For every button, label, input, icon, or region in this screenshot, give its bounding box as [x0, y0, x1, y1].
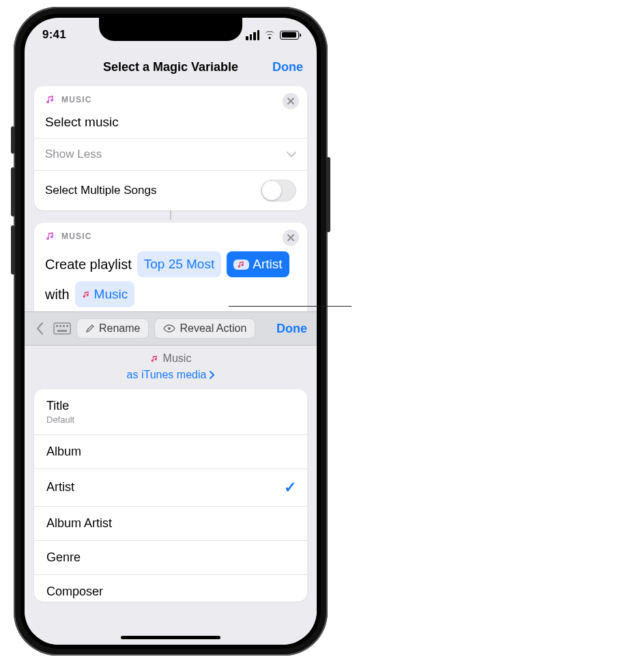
- home-indicator[interactable]: [121, 636, 220, 639]
- list-item-label: Composer: [46, 585, 103, 599]
- chevron-down-icon: [287, 151, 296, 158]
- screen: 9:41 Select a Magic Variable Done: [25, 18, 317, 645]
- show-less-label: Show Less: [45, 148, 102, 161]
- nav-done-button[interactable]: Done: [272, 60, 303, 74]
- svg-rect-2: [59, 325, 61, 327]
- list-item-label: Artist: [46, 480, 74, 494]
- music-variable-token[interactable]: Music: [75, 281, 135, 307]
- create-playlist-text: Create playlist: [45, 253, 132, 275]
- svg-point-6: [168, 327, 171, 330]
- status-time: 9:41: [42, 25, 66, 42]
- music-note-icon: [82, 290, 91, 299]
- keyboard-icon: [53, 322, 71, 335]
- music-app-icon: [45, 231, 56, 242]
- variable-toolbar: Rename Reveal Action Done: [25, 311, 317, 346]
- signal-icon: [246, 30, 259, 40]
- side-button-vol-down: [11, 225, 15, 275]
- list-item[interactable]: Title Default: [34, 389, 307, 435]
- show-less-row[interactable]: Show Less: [34, 139, 307, 170]
- notch: [99, 18, 242, 41]
- select-multiple-toggle[interactable]: [261, 180, 296, 201]
- eye-icon: [163, 324, 175, 333]
- keyboard-back-button[interactable]: [30, 318, 51, 339]
- music-note-icon: [150, 354, 159, 363]
- svg-rect-4: [66, 325, 68, 327]
- select-multiple-row: Select Multiple Songs: [34, 171, 307, 210]
- variable-subheader: Music as iTunes media: [25, 346, 317, 389]
- variable-config-panel: Rename Reveal Action Done Music as: [25, 311, 317, 645]
- list-item[interactable]: Artist ✓: [34, 469, 307, 507]
- side-button-mute: [11, 126, 15, 154]
- music-subbadge: [233, 260, 249, 270]
- list-item-sublabel: Default: [46, 415, 74, 425]
- list-item-label: Album: [46, 445, 81, 459]
- phone-frame: 9:41 Select a Magic Variable Done: [14, 7, 328, 656]
- card1-title: Select music: [34, 112, 307, 138]
- list-item[interactable]: Album: [34, 435, 307, 469]
- artist-token[interactable]: Artist: [227, 251, 289, 277]
- type-coercion-button[interactable]: as iTunes media: [127, 369, 215, 381]
- nav-title: Select a Magic Variable: [103, 60, 238, 74]
- with-text: with: [45, 283, 70, 305]
- action-card-select-music: MUSIC Select music Show Less Select Mult…: [34, 86, 307, 210]
- side-button-vol-up: [11, 167, 15, 216]
- list-item[interactable]: Composer: [34, 575, 307, 602]
- rename-button[interactable]: Rename: [76, 318, 149, 339]
- close-icon[interactable]: [283, 229, 299, 246]
- svg-rect-5: [57, 330, 67, 332]
- reveal-action-button[interactable]: Reveal Action: [154, 318, 255, 339]
- close-icon[interactable]: [283, 93, 299, 109]
- svg-rect-1: [56, 325, 58, 327]
- svg-rect-0: [54, 323, 70, 334]
- playlist-name-token[interactable]: Top 25 Most: [137, 251, 222, 277]
- nav-bar: Select a Magic Variable Done: [25, 49, 317, 85]
- list-item-label: Title: [46, 399, 69, 412]
- callout-line: [229, 306, 352, 307]
- select-multiple-label: Select Multiple Songs: [45, 184, 156, 197]
- toolbar-done-button[interactable]: Done: [276, 322, 311, 336]
- check-icon: ✓: [284, 479, 296, 496]
- subheader-title: Music: [163, 352, 192, 365]
- list-item[interactable]: Album Artist: [34, 507, 307, 541]
- list-item[interactable]: Genre: [34, 541, 307, 575]
- list-item-label: Album Artist: [46, 516, 112, 531]
- wifi-icon: [263, 31, 276, 40]
- card2-app-label: MUSIC: [61, 232, 92, 241]
- property-list: Title Default Album Artist ✓ Album Artis…: [34, 389, 307, 602]
- pencil-icon: [85, 324, 95, 333]
- music-app-icon: [45, 94, 56, 105]
- svg-rect-3: [63, 325, 65, 327]
- side-button-right: [326, 157, 330, 232]
- chevron-right-icon: [209, 371, 214, 379]
- card1-app-label: MUSIC: [61, 95, 92, 104]
- connector-line: [170, 210, 171, 220]
- list-item-label: Genre: [46, 550, 81, 565]
- battery-icon: [280, 31, 299, 40]
